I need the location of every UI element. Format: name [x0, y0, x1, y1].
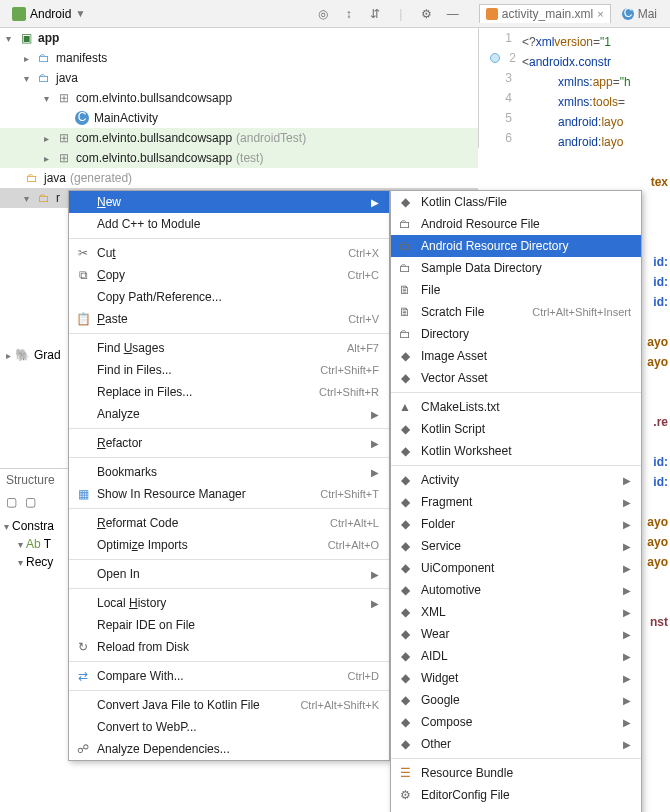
menu-item[interactable]: ↻Reload from Disk — [69, 636, 389, 658]
structure-icon-2[interactable]: ▢ — [25, 495, 36, 509]
submenu-arrow-icon: ▶ — [623, 629, 631, 640]
menu-item[interactable]: 🗀Sample Data Directory — [391, 257, 641, 279]
menu-item[interactable]: ◆Automotive▶ — [391, 579, 641, 601]
menu-item[interactable]: ◆Fragment▶ — [391, 491, 641, 513]
menu-item[interactable]: ▦Show In Resource ManagerCtrl+Shift+T — [69, 483, 389, 505]
shortcut: Ctrl+Shift+R — [319, 386, 379, 398]
menu-item[interactable]: Local History▶ — [69, 592, 389, 614]
menu-item[interactable]: Analyze▶ — [69, 403, 389, 425]
menu-item[interactable]: New▶ — [69, 191, 389, 213]
gutter-line: 3 — [479, 68, 522, 88]
menu-item[interactable]: 📋PasteCtrl+V — [69, 308, 389, 330]
menu-item[interactable]: ◆Kotlin Script — [391, 418, 641, 440]
tree-node-pkg-test[interactable]: ▸ ⊞ com.elvinto.bullsandcowsapp (test) — [0, 148, 478, 168]
menu-item[interactable]: Convert to WebP... — [69, 716, 389, 738]
target-icon[interactable]: ◎ — [315, 6, 331, 22]
menu-item[interactable]: ◆Service▶ — [391, 535, 641, 557]
menu-item[interactable]: ◆Kotlin Class/File — [391, 191, 641, 213]
tab-activity-main[interactable]: activity_main.xml × — [479, 4, 611, 23]
tab-main[interactable]: C Mai — [615, 4, 664, 24]
menu-item-label: Copy Path/Reference... — [97, 290, 222, 304]
menu-item[interactable]: ◆UiComponent▶ — [391, 557, 641, 579]
collapse-icon[interactable]: ↕ — [341, 6, 357, 22]
menu-item[interactable]: Refactor▶ — [69, 432, 389, 454]
menu-item[interactable]: 🗀Android Resource Directory — [391, 235, 641, 257]
menu-item[interactable]: ⚙EditorConfig File — [391, 784, 641, 806]
menu-item[interactable]: Find UsagesAlt+F7 — [69, 337, 389, 359]
menu-item[interactable]: Repair IDE on File — [69, 614, 389, 636]
menu-item[interactable]: Bookmarks▶ — [69, 461, 389, 483]
menu-item[interactable]: Find in Files...Ctrl+Shift+F — [69, 359, 389, 381]
menu-item[interactable]: ◆XML▶ — [391, 601, 641, 623]
tree-node-gradle[interactable]: ▸ 🐘 Grad — [6, 348, 61, 362]
menu-item[interactable]: ☰Resource Bundle — [391, 762, 641, 784]
folder-icon: 🗀 — [36, 50, 52, 66]
gutter-line: 1 — [479, 28, 522, 48]
tree-node-java[interactable]: ▾ 🗀 java — [0, 68, 478, 88]
menu-item[interactable]: 🗀Android Resource File — [391, 213, 641, 235]
menu-item[interactable]: ◆Wear▶ — [391, 623, 641, 645]
tree-node-java-gen[interactable]: 🗀 java (generated) — [0, 168, 478, 188]
menu-item[interactable]: ◆Activity▶ — [391, 469, 641, 491]
menu-item[interactable]: ☍Analyze Dependencies... — [69, 738, 389, 760]
menu-item[interactable]: Optimize ImportsCtrl+Alt+O — [69, 534, 389, 556]
menu-item-label: Find in Files... — [97, 363, 172, 377]
menu-item[interactable]: 🗎Scratch FileCtrl+Alt+Shift+Insert — [391, 301, 641, 323]
menu-item[interactable]: ◆Vector Asset — [391, 367, 641, 389]
menu-item[interactable]: 🗀Directory — [391, 323, 641, 345]
menu-item[interactable]: Add C++ to Module — [69, 213, 389, 235]
tree-node-app[interactable]: ▾ ▣ app — [0, 28, 478, 48]
menu-item-label: Paste — [97, 312, 128, 326]
menu-item-label: Scratch File — [421, 305, 484, 319]
menu-item-label: Compare With... — [97, 669, 184, 683]
menu-item[interactable]: ◆Widget▶ — [391, 667, 641, 689]
structure-item-t[interactable]: ▾AbT — [4, 535, 68, 553]
menu-item-label: File — [421, 283, 440, 297]
menu-item[interactable]: ◆Image Asset — [391, 345, 641, 367]
menu-item[interactable]: ◆AIDL▶ — [391, 645, 641, 667]
gear-icon[interactable]: ⚙ — [419, 6, 435, 22]
tree-node-pkg-main[interactable]: ▾ ⊞ com.elvinto.bullsandcowsapp — [0, 88, 478, 108]
menu-item-label: Activity — [421, 473, 459, 487]
structure-item-constra[interactable]: ▾Constra — [4, 517, 68, 535]
structure-icon-1[interactable]: ▢ — [6, 495, 17, 509]
menu-item[interactable]: ⇄Compare With...Ctrl+D — [69, 665, 389, 687]
menu-item[interactable]: Reformat CodeCtrl+Alt+L — [69, 512, 389, 534]
node-label: java — [44, 171, 66, 185]
menu-item[interactable]: ◆Folder▶ — [391, 513, 641, 535]
structure-title: Structure — [0, 468, 68, 491]
project-label: Android — [30, 7, 71, 21]
expand-icon[interactable]: ⇵ — [367, 6, 383, 22]
menu-item[interactable]: Replace in Files...Ctrl+Shift+R — [69, 381, 389, 403]
menu-item[interactable]: ◆Kotlin Worksheet — [391, 440, 641, 462]
menu-item[interactable]: ⧉CopyCtrl+C — [69, 264, 389, 286]
menu-item[interactable]: 🗎File — [391, 279, 641, 301]
minimize-icon[interactable]: — — [445, 6, 461, 22]
structure-item-recy[interactable]: ▾Recy — [4, 553, 68, 571]
menu-item[interactable]: Copy Path/Reference... — [69, 286, 389, 308]
structure-panel: Structure ▢ ▢ ▾Constra ▾AbT ▾Recy — [0, 468, 68, 571]
close-icon[interactable]: × — [597, 8, 603, 20]
tree-node-main-activity[interactable]: C MainActivity — [0, 108, 478, 128]
menu-item[interactable]: ◆Other▶ — [391, 733, 641, 755]
menu-item[interactable]: ⚙Version Catalog — [391, 806, 641, 812]
chevron-right-icon: ▸ — [6, 350, 11, 361]
menu-item-label: Repair IDE on File — [97, 618, 195, 632]
shortcut: Ctrl+C — [348, 269, 379, 281]
menu-item[interactable]: ✂CutCtrl+X — [69, 242, 389, 264]
menu-item[interactable]: ◆Compose▶ — [391, 711, 641, 733]
menu-item-label: Refactor — [97, 436, 142, 450]
node-label: r — [56, 191, 60, 205]
menu-item-label: Google — [421, 693, 460, 707]
submenu-arrow-icon: ▶ — [371, 467, 379, 478]
tree-node-pkg-androidtest[interactable]: ▸ ⊞ com.elvinto.bullsandcowsapp (android… — [0, 128, 478, 148]
menu-item[interactable]: ▲CMakeLists.txt — [391, 396, 641, 418]
shortcut: Alt+F7 — [347, 342, 379, 354]
project-selector[interactable]: Android ▼ — [6, 5, 91, 23]
menu-item-label: XML — [421, 605, 446, 619]
marker-icon[interactable] — [490, 53, 500, 63]
menu-item[interactable]: Convert Java File to Kotlin FileCtrl+Alt… — [69, 694, 389, 716]
tree-node-manifests[interactable]: ▸ 🗀 manifests — [0, 48, 478, 68]
menu-item[interactable]: ◆Google▶ — [391, 689, 641, 711]
menu-item[interactable]: Open In▶ — [69, 563, 389, 585]
